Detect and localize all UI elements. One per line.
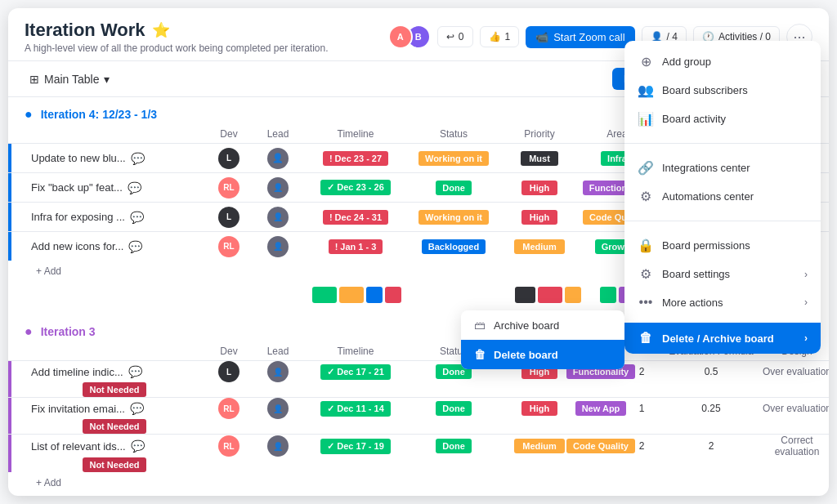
timeline-cell: ✓ Dec 17 - 19	[302, 439, 409, 454]
timeline-badge: ✓ Dec 11 - 14	[320, 401, 391, 417]
lead-avatar: 👤	[267, 177, 289, 198]
add-group-icon: ⊕	[638, 54, 654, 69]
chat-icon[interactable]: 💬	[128, 365, 142, 378]
asp-cell: 2	[621, 440, 662, 452]
priority-cell: Must	[499, 151, 580, 166]
item-name: List of relevant ids... 💬	[25, 439, 204, 453]
col-name	[25, 128, 204, 140]
status-badge: Working on it	[418, 151, 489, 166]
priority-badge: High	[521, 401, 557, 416]
col-priority: Priority	[499, 128, 580, 140]
timeline-badge: ✓ Dec 23 - 26	[320, 180, 391, 195]
board-activity-label: Board activity	[662, 113, 726, 125]
zoom-button[interactable]: 📹 Start Zoom call	[526, 26, 634, 48]
row-bar	[8, 435, 11, 472]
iteration-3-summary: 5 sum 2.75 sum ℹ N/A	[8, 493, 829, 496]
archive-board-item[interactable]: 🗃 Archive board	[461, 310, 624, 340]
row-bar	[8, 173, 11, 202]
dev-cell: RL	[204, 177, 253, 198]
reactions-button[interactable]: ↩ 0	[437, 26, 473, 47]
eval-cell: Over evaluation	[760, 366, 829, 377]
likes-button[interactable]: 👍 1	[480, 26, 520, 47]
board-settings-item[interactable]: ⚙ Board settings ›	[624, 260, 821, 288]
like-icon: 👍	[489, 31, 501, 42]
dev-cell: L	[204, 148, 253, 169]
summary-chip	[538, 287, 562, 303]
lead-cell: 👤	[253, 177, 302, 198]
iteration-4-title: Iteration 4: 12/23 - 1/3	[41, 108, 157, 121]
summary-chip	[600, 287, 616, 303]
board-permissions-item[interactable]: 🔒 Board permissions	[624, 231, 821, 260]
status-cell: Backlogged	[409, 239, 499, 254]
board-permissions-icon: 🔒	[638, 238, 654, 253]
integrations-item[interactable]: 🔗 Integrations center	[624, 154, 821, 182]
chat-icon[interactable]: 💬	[131, 439, 145, 453]
status-cell: Done	[409, 439, 499, 453]
dropdown-section-3: 🔒 Board permissions ⚙ Board settings › •…	[624, 225, 821, 323]
delete-board-item[interactable]: 🗑 Delete board	[461, 340, 624, 369]
zoom-icon: 📹	[535, 31, 548, 43]
status-cell: Working on it	[409, 210, 499, 225]
board-activity-item[interactable]: 📊 Board activity	[624, 105, 821, 133]
page-subtitle: A high-level view of all the product wor…	[25, 42, 378, 54]
chat-icon[interactable]: 💬	[131, 152, 145, 165]
page-title: Iteration Work	[25, 20, 145, 41]
timeline-badge: ! Dec 24 - 31	[323, 210, 388, 225]
timeline-badge: ✓ Dec 17 - 21	[320, 364, 391, 380]
automations-icon: ⚙	[638, 189, 654, 204]
priority-badge: Medium	[514, 239, 565, 254]
dropdown-divider	[624, 221, 821, 221]
header-left: Iteration Work ⭐ A high-level view of al…	[25, 20, 378, 54]
priority-cell: High	[499, 401, 580, 416]
chat-icon[interactable]: 💬	[130, 402, 144, 415]
item-name: Update to new blu... 💬	[25, 152, 204, 165]
star-icon: ⭐	[152, 21, 170, 39]
table-row: List of relevant ids... 💬 RL 👤 ✓ Dec 17 …	[8, 434, 829, 472]
iteration-3-title: Iteration 3	[41, 325, 96, 338]
status-badge: Done	[436, 181, 472, 195]
timeline-cell: ! Dec 23 - 27	[302, 151, 409, 166]
board-subscribers-item[interactable]: 👥 Board subscribers	[624, 76, 821, 105]
context-menu: 🗃 Archive board 🗑 Delete board	[461, 310, 624, 369]
avatar-group: A B	[388, 25, 431, 49]
chat-icon[interactable]: 💬	[128, 181, 141, 194]
summary-chip	[385, 287, 401, 303]
main-table-button[interactable]: ⊞ Main Table ▾	[25, 69, 114, 89]
row-bar	[8, 203, 11, 231]
eval-cell: Correct evaluation	[760, 435, 829, 457]
more-actions-item[interactable]: ••• More actions ›	[624, 288, 821, 316]
summary-chip	[515, 287, 535, 303]
dev-avatar: RL	[218, 177, 239, 198]
add-row-button-3[interactable]: + Add	[8, 472, 829, 493]
col-status: Status	[409, 128, 499, 140]
area-badge: New App	[575, 401, 627, 416]
lead-cell: 👤	[253, 435, 302, 457]
delete-archive-item[interactable]: 🗑 Delete / Archive board ›	[624, 323, 821, 354]
reaction-icon: ↩	[446, 31, 454, 42]
asp-cell: 1	[621, 403, 662, 414]
chat-icon[interactable]: 💬	[128, 240, 142, 253]
automations-item[interactable]: ⚙ Automations center	[624, 182, 821, 211]
lead-cell: 👤	[253, 148, 302, 169]
eval-cell: Over evaluation	[760, 403, 829, 414]
chat-icon[interactable]: 💬	[130, 211, 144, 224]
lead-avatar: 👤	[267, 236, 289, 257]
add-group-item[interactable]: ⊕ Add group	[624, 47, 821, 76]
lead-avatar: 👤	[267, 148, 289, 169]
main-table-label: Main Table	[44, 73, 99, 86]
status-cell: Done	[409, 181, 499, 195]
board-activity-icon: 📊	[638, 111, 654, 127]
item-text: Add new icons for...	[31, 240, 123, 252]
timeline-badge: ✓ Dec 17 - 19	[320, 439, 391, 454]
dev-cell: L	[204, 207, 253, 228]
delete-label: Delete board	[494, 349, 558, 361]
timeline-cell: ! Jan 1 - 3	[302, 239, 409, 254]
item-name: Fix "back up" feat... 💬	[25, 181, 204, 194]
status-badge: Done	[436, 401, 472, 416]
row-bar	[8, 361, 11, 397]
design-cell: Not Needed	[25, 457, 204, 472]
lead-cell: 👤	[253, 398, 302, 419]
priority-cell: High	[499, 181, 580, 195]
summary-chip	[339, 287, 364, 303]
timeline-cell: ✓ Dec 17 - 21	[302, 364, 409, 380]
